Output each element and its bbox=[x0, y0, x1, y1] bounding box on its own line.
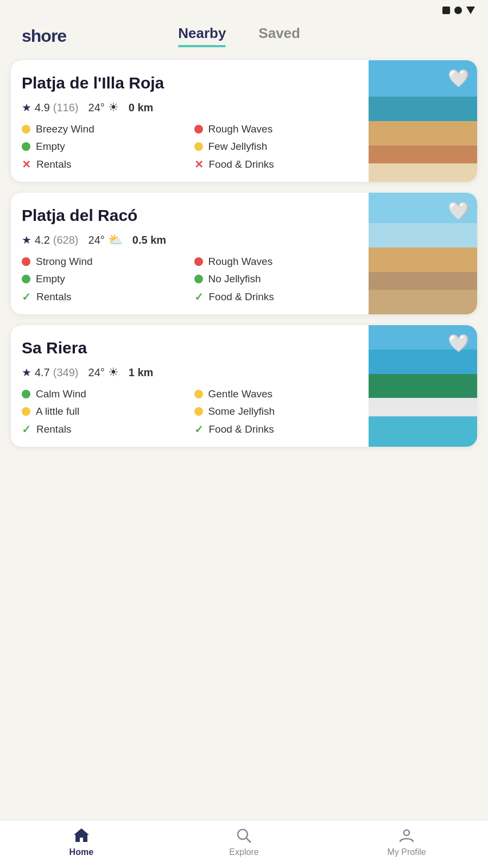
attr-label: Rentals bbox=[36, 423, 71, 435]
beach-card-platja-illa-roja[interactable]: Platja de l'Illa Roja ★ 4.9 (116) 24° ☀ … bbox=[11, 60, 477, 182]
save-button[interactable]: 🤍 bbox=[448, 333, 470, 353]
beach-card-platja-del-raco[interactable]: Platja del Racó ★ 4.2 (628) 24° ⛅ 0.5 km bbox=[11, 193, 477, 314]
attr-label: Breezy Wind bbox=[36, 123, 94, 135]
temp-stat: 24° ⛅ bbox=[88, 233, 123, 247]
cross-icon: ✕ bbox=[194, 158, 204, 171]
beach-stats: ★ 4.9 (116) 24° ☀ 0 km bbox=[22, 100, 358, 115]
rating-stat: ★ 4.9 (116) bbox=[22, 101, 79, 114]
rating-value: 4.7 bbox=[35, 366, 50, 379]
temp-value: 24° bbox=[88, 234, 105, 246]
rating-count: (116) bbox=[53, 102, 79, 114]
distance-stat: 1 km bbox=[129, 366, 154, 379]
nav-profile-label: My Profile bbox=[388, 847, 426, 857]
nav-explore[interactable]: Explore bbox=[222, 827, 265, 857]
attr-breezy-wind: Breezy Wind bbox=[22, 123, 186, 135]
tab-saved[interactable]: Saved bbox=[258, 25, 300, 47]
dot-red-icon bbox=[22, 257, 30, 266]
star-icon: ★ bbox=[22, 233, 31, 246]
svg-line-1 bbox=[246, 838, 251, 842]
status-bar bbox=[0, 0, 488, 14]
attr-empty: Empty bbox=[22, 141, 186, 153]
tab-bar: Nearby Saved bbox=[178, 25, 300, 47]
beach-name: Sa Riera bbox=[22, 338, 358, 358]
dot-yellow-icon bbox=[194, 390, 203, 398]
dot-yellow-icon bbox=[22, 407, 30, 416]
temp-value: 24° bbox=[88, 102, 105, 114]
svg-point-2 bbox=[404, 830, 409, 835]
attr-label: Food & Drinks bbox=[209, 159, 274, 170]
sun-icon: ☀ bbox=[108, 100, 119, 115]
attr-rentals: ✓ Rentals bbox=[22, 290, 186, 303]
cloud-icon: ⛅ bbox=[108, 233, 123, 247]
svg-point-0 bbox=[238, 829, 248, 839]
attr-food-drinks: ✓ Food & Drinks bbox=[194, 423, 358, 436]
dot-yellow-icon bbox=[194, 407, 203, 416]
check-icon: ✓ bbox=[22, 423, 31, 436]
attr-some-jellyfish: Some Jellyfish bbox=[194, 406, 358, 417]
temp-stat: 24° ☀ bbox=[88, 100, 119, 115]
attr-rentals: ✓ Rentals bbox=[22, 423, 186, 436]
beach-name: Platja de l'Illa Roja bbox=[22, 73, 358, 93]
beach-attributes: Strong Wind Rough Waves Empty No Jellyfi… bbox=[22, 256, 358, 303]
attr-label: Rentals bbox=[36, 291, 71, 303]
rating-count: (349) bbox=[53, 366, 79, 379]
distance-value: 1 km bbox=[129, 366, 154, 379]
dot-green-icon bbox=[22, 390, 30, 398]
rating-stat: ★ 4.2 (628) bbox=[22, 233, 79, 246]
beach-name: Platja del Racó bbox=[22, 206, 358, 225]
temp-stat: 24° ☀ bbox=[88, 365, 119, 379]
dot-yellow-icon bbox=[194, 142, 203, 151]
beach-card-sa-riera[interactable]: Sa Riera ★ 4.7 (349) 24° ☀ 1 km Cal bbox=[11, 325, 477, 447]
attr-label: A little full bbox=[36, 406, 79, 417]
attr-label: Rough Waves bbox=[208, 123, 273, 135]
star-icon: ★ bbox=[22, 366, 31, 379]
check-icon: ✓ bbox=[194, 290, 204, 303]
sun-icon: ☀ bbox=[108, 365, 119, 379]
dot-green-icon bbox=[22, 142, 30, 151]
attr-empty: Empty bbox=[22, 273, 186, 285]
rating-value: 4.9 bbox=[35, 102, 50, 114]
tab-nearby[interactable]: Nearby bbox=[178, 25, 226, 47]
attr-label: Empty bbox=[36, 141, 65, 153]
header: shore Nearby Saved bbox=[0, 14, 488, 47]
card-content: Platja del Racó ★ 4.2 (628) 24° ⛅ 0.5 km bbox=[11, 193, 369, 314]
attr-gentle-waves: Gentle Waves bbox=[194, 388, 358, 400]
dot-green-icon bbox=[194, 275, 203, 283]
status-icon-circle bbox=[454, 7, 462, 14]
status-icon-triangle bbox=[466, 7, 475, 14]
dot-green-icon bbox=[22, 275, 30, 283]
home-icon bbox=[73, 827, 90, 844]
check-icon: ✓ bbox=[22, 290, 31, 303]
attr-label: Rentals bbox=[36, 159, 71, 170]
attr-label: Some Jellyfish bbox=[208, 406, 275, 417]
beach-image: 🤍 bbox=[369, 193, 477, 314]
attr-label: Rough Waves bbox=[208, 256, 273, 268]
nav-profile[interactable]: My Profile bbox=[385, 827, 428, 857]
beach-list: Platja de l'Illa Roja ★ 4.9 (116) 24° ☀ … bbox=[0, 47, 488, 501]
attr-label: Empty bbox=[36, 273, 65, 285]
dot-red-icon bbox=[194, 125, 203, 134]
attr-few-jellyfish: Few Jellyfish bbox=[194, 141, 358, 153]
attr-a-little-full: A little full bbox=[22, 406, 186, 417]
save-button[interactable]: 🤍 bbox=[448, 68, 470, 88]
beach-attributes: Breezy Wind Rough Waves Empty Few Jellyf… bbox=[22, 123, 358, 171]
bottom-nav: Home Explore My Profile bbox=[0, 820, 488, 868]
beach-image: 🤍 bbox=[369, 60, 477, 182]
nav-home[interactable]: Home bbox=[60, 827, 103, 857]
distance-stat: 0 km bbox=[129, 102, 154, 114]
rating-count: (628) bbox=[53, 234, 79, 246]
rating-stat: ★ 4.7 (349) bbox=[22, 366, 79, 379]
save-button[interactable]: 🤍 bbox=[448, 200, 470, 221]
attr-rentals: ✕ Rentals bbox=[22, 158, 186, 171]
attr-food-drinks: ✓ Food & Drinks bbox=[194, 290, 358, 303]
check-icon: ✓ bbox=[194, 423, 204, 436]
attr-label: Calm Wind bbox=[36, 388, 86, 400]
beach-stats: ★ 4.2 (628) 24° ⛅ 0.5 km bbox=[22, 233, 358, 247]
card-content: Platja de l'Illa Roja ★ 4.9 (116) 24° ☀ … bbox=[11, 60, 369, 182]
attr-label: Food & Drinks bbox=[209, 423, 274, 435]
beach-image: 🤍 bbox=[369, 325, 477, 447]
attr-label: No Jellyfish bbox=[208, 273, 261, 285]
distance-value: 0.5 km bbox=[132, 234, 166, 246]
temp-value: 24° bbox=[88, 366, 105, 379]
attr-food-drinks: ✕ Food & Drinks bbox=[194, 158, 358, 171]
